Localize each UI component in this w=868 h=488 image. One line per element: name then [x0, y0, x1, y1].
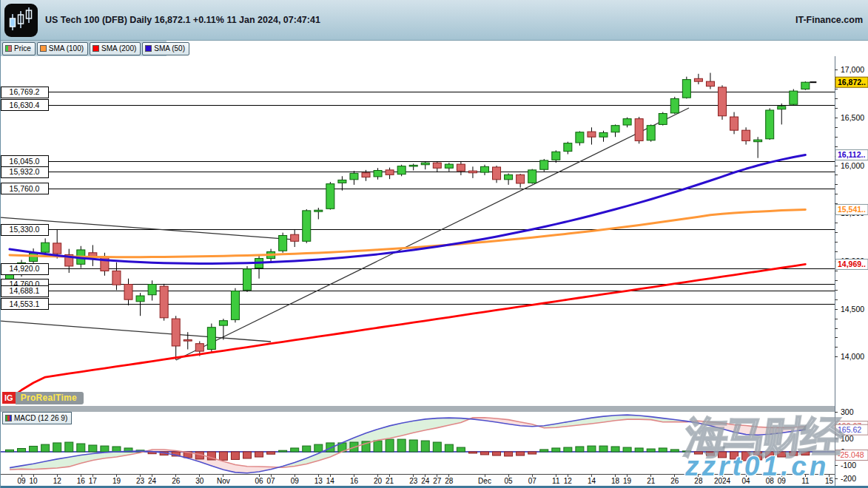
- candle: [623, 118, 631, 128]
- candle: [219, 319, 227, 339]
- svg-text:15,760.0: 15,760.0: [10, 184, 40, 193]
- panel-separator[interactable]: [1, 406, 835, 412]
- candle: [682, 77, 690, 99]
- candlestick-app-icon[interactable]: [4, 4, 38, 37]
- svg-text:14: 14: [588, 477, 596, 485]
- candle: [493, 166, 501, 183]
- candle: [112, 262, 121, 291]
- svg-text:16,872..: 16,872..: [838, 78, 866, 87]
- prorealtime-logo: ProRealTime: [16, 392, 84, 404]
- svg-text:05: 05: [505, 477, 514, 485]
- macd-color-chip: [5, 415, 12, 421]
- candle: [706, 73, 714, 89]
- svg-text:14,920.0: 14,920.0: [10, 264, 40, 273]
- candle: [766, 108, 774, 140]
- price-color-chip: [5, 45, 12, 52]
- svg-text:14,969..: 14,969..: [838, 260, 866, 268]
- candle: [279, 233, 287, 253]
- candle: [374, 168, 382, 180]
- svg-text:09: 09: [17, 477, 26, 485]
- sma100-color-chip: [40, 45, 47, 52]
- candle: [719, 85, 727, 120]
- legend-button-bar: Price SMA (100) SMA (200) SMA (50): [1, 41, 166, 56]
- svg-text:07: 07: [267, 477, 276, 485]
- svg-text:20: 20: [374, 477, 383, 485]
- candle: [778, 104, 786, 124]
- candle: [148, 280, 156, 300]
- chart-canvas[interactable]: 16,769.216,630.416,045.015,932.015,760.0…: [1, 56, 868, 488]
- candle: [599, 131, 608, 142]
- svg-text:09: 09: [778, 477, 787, 485]
- price-legend-button[interactable]: Price: [2, 42, 36, 55]
- candle: [730, 112, 739, 135]
- candle: [433, 161, 441, 172]
- ig-prorealtime-logo[interactable]: IG ProRealTime: [2, 391, 84, 404]
- svg-text:26: 26: [172, 477, 181, 485]
- price-axis[interactable]: 17,00016,50016,00015,50015,00014,50014,0…: [835, 56, 868, 486]
- candle: [517, 174, 525, 188]
- candle: [588, 127, 596, 144]
- candle: [255, 256, 263, 279]
- svg-text:11: 11: [801, 477, 810, 485]
- macd-legend-button[interactable]: MACD (12 26 9): [2, 412, 72, 424]
- trading-chart-window: US Tech 100 (DFB) Daily 16,872.1 +0.11% …: [0, 0, 868, 488]
- svg-text:17: 17: [89, 477, 98, 485]
- svg-text:14,553.1: 14,553.1: [10, 299, 40, 308]
- svg-text:16: 16: [77, 477, 86, 485]
- svg-text:16,769.2: 16,769.2: [10, 87, 40, 96]
- sma200-legend-button[interactable]: SMA (200): [90, 42, 141, 55]
- candle: [243, 266, 252, 292]
- candle: [207, 324, 215, 353]
- candle: [409, 163, 417, 170]
- svg-text:30: 30: [195, 477, 204, 485]
- sma200-color-chip: [92, 45, 99, 52]
- candle: [540, 159, 548, 172]
- svg-text:11: 11: [552, 477, 560, 485]
- indicator-legend-row: Price SMA (100) SMA (200) SMA (50): [1, 41, 868, 56]
- candle: [362, 170, 370, 181]
- trend-lines[interactable]: [1, 108, 689, 360]
- price-level-lines: [1, 92, 835, 305]
- svg-text:07: 07: [528, 477, 537, 485]
- svg-text:16,000: 16,000: [841, 161, 864, 170]
- candle: [89, 245, 97, 265]
- svg-text:2024: 2024: [714, 477, 731, 485]
- sma50-legend-button[interactable]: SMA (50): [142, 42, 189, 55]
- svg-text:04: 04: [742, 477, 751, 485]
- candle: [576, 131, 584, 145]
- svg-text:16,112..: 16,112..: [838, 150, 865, 159]
- svg-text:26: 26: [670, 477, 679, 485]
- candle: [790, 89, 798, 106]
- svg-text:16,630.4: 16,630.4: [10, 101, 40, 109]
- sma50-legend-label: SMA (50): [154, 44, 185, 52]
- candle: [801, 81, 810, 90]
- candle: [552, 150, 560, 163]
- svg-text:18: 18: [611, 477, 620, 485]
- macd-fills: [10, 415, 805, 473]
- sma100-legend-button[interactable]: SMA (100): [37, 42, 88, 55]
- candle: [457, 162, 465, 175]
- svg-text:-25.048: -25.048: [838, 450, 864, 459]
- svg-text:09: 09: [291, 477, 300, 485]
- svg-text:12: 12: [564, 477, 573, 485]
- candle: [326, 182, 334, 210]
- candle: [231, 288, 239, 323]
- svg-text:12: 12: [53, 477, 62, 485]
- svg-text:14: 14: [326, 477, 335, 485]
- price-legend-label: Price: [14, 44, 31, 52]
- sma200-legend-label: SMA (200): [101, 44, 136, 52]
- candle: [742, 127, 750, 144]
- svg-text:-200: -200: [841, 474, 856, 483]
- svg-text:17,000: 17,000: [841, 65, 864, 74]
- svg-text:16,045.0: 16,045.0: [10, 157, 40, 166]
- candle: [528, 169, 536, 184]
- date-axis[interactable]: 09101216171923242630Nov06070913141620212…: [1, 474, 835, 486]
- svg-text:Nov: Nov: [217, 477, 230, 485]
- candle: [303, 209, 311, 243]
- candle: [172, 316, 180, 360]
- svg-text:Dec: Dec: [478, 477, 491, 485]
- svg-text:06: 06: [255, 477, 263, 485]
- svg-text:10: 10: [30, 477, 38, 485]
- candle: [124, 279, 132, 305]
- ig-logo: IG: [2, 392, 16, 404]
